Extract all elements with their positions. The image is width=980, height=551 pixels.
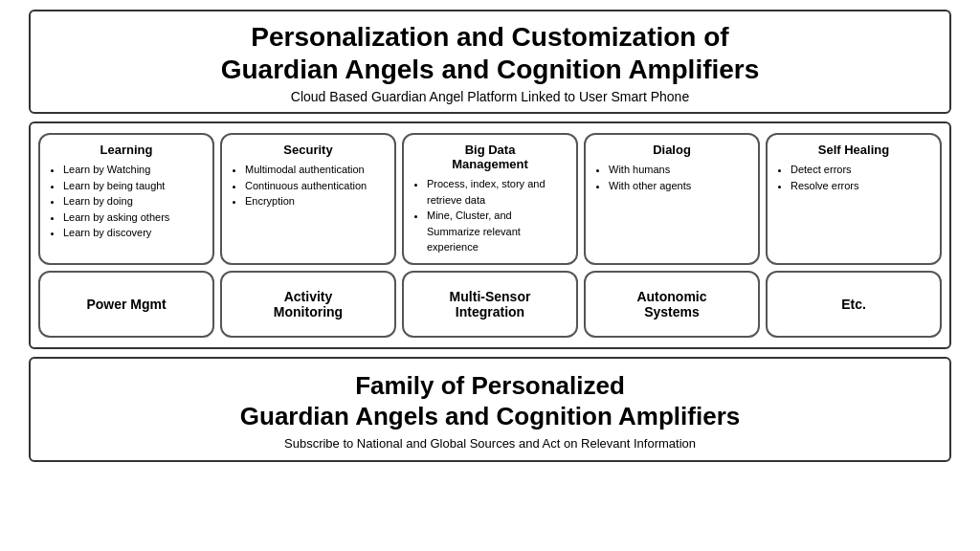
cell-power-mgmt: Power Mgmt [38, 271, 214, 338]
cell-multi-sensor-title: Multi-Sensor Integration [450, 289, 531, 320]
cell-learning: Learning Learn by Watching Learn by bein… [38, 133, 214, 265]
bottom-banner-subtitle: Subscribe to National and Global Sources… [50, 436, 930, 451]
cell-big-data-title: Big Data Management [413, 143, 567, 171]
list-item: Learn by doing [63, 193, 203, 209]
cell-activity-monitoring: Activity Monitoring [220, 271, 396, 338]
cell-self-healing-title: Self Healing [777, 143, 930, 157]
cell-self-healing: Self Healing Detect errors Resolve error… [766, 133, 942, 265]
list-item: Learn by Watching [63, 162, 203, 178]
cell-autonomic-systems-title: Autonomic Systems [636, 289, 706, 320]
cell-big-data-list: Process, index, story and retrieve data … [413, 176, 567, 255]
cell-multi-sensor: Multi-Sensor Integration [402, 271, 578, 338]
list-item: Learn by discovery [63, 225, 203, 241]
bottom-banner-title: Family of Personalized Guardian Angels a… [50, 370, 930, 432]
cell-security-title: Security [232, 143, 385, 157]
cell-dialog-title: Dialog [595, 143, 748, 157]
cell-etc-title: Etc. [841, 297, 866, 312]
cell-learning-list: Learn by Watching Learn by being taught … [50, 162, 203, 241]
cell-self-healing-list: Detect errors Resolve errors [777, 162, 930, 193]
list-item: Learn by being taught [63, 178, 203, 194]
cell-dialog-list: With humans With other agents [595, 162, 748, 193]
top-banner-subtitle: Cloud Based Guardian Angel Platform Link… [50, 89, 930, 104]
cell-activity-monitoring-title: Activity Monitoring [274, 289, 343, 320]
list-item: Multimodal authentication [245, 162, 385, 178]
list-item: Process, index, story and retrieve data [427, 176, 567, 208]
list-item: Continuous authentication [245, 178, 385, 194]
cell-learning-title: Learning [50, 143, 203, 157]
middle-grid: Learning Learn by Watching Learn by bein… [29, 121, 951, 349]
list-item: Mine, Cluster, and Summarize relevant ex… [427, 208, 567, 255]
list-item: Detect errors [791, 162, 930, 178]
cell-security-list: Multimodal authentication Continuous aut… [232, 162, 385, 209]
grid-row-1: Learning Learn by Watching Learn by bein… [38, 133, 942, 265]
list-item: With other agents [609, 178, 748, 194]
list-item: With humans [609, 162, 748, 178]
cell-big-data: Big Data Management Process, index, stor… [402, 133, 578, 265]
list-item: Learn by asking others [63, 209, 203, 226]
cell-etc: Etc. [766, 271, 942, 338]
cell-power-mgmt-title: Power Mgmt [86, 297, 166, 312]
list-item: Encryption [245, 193, 385, 209]
list-item: Resolve errors [791, 178, 930, 194]
top-banner: Personalization and Customization of Gua… [29, 10, 951, 114]
cell-autonomic-systems: Autonomic Systems [584, 271, 760, 338]
bottom-banner: Family of Personalized Guardian Angels a… [29, 357, 951, 462]
top-banner-title: Personalization and Customization of Gua… [50, 21, 930, 85]
grid-row-2: Power Mgmt Activity Monitoring Multi-Sen… [38, 271, 942, 338]
cell-dialog: Dialog With humans With other agents [584, 133, 760, 265]
cell-security: Security Multimodal authentication Conti… [220, 133, 396, 265]
